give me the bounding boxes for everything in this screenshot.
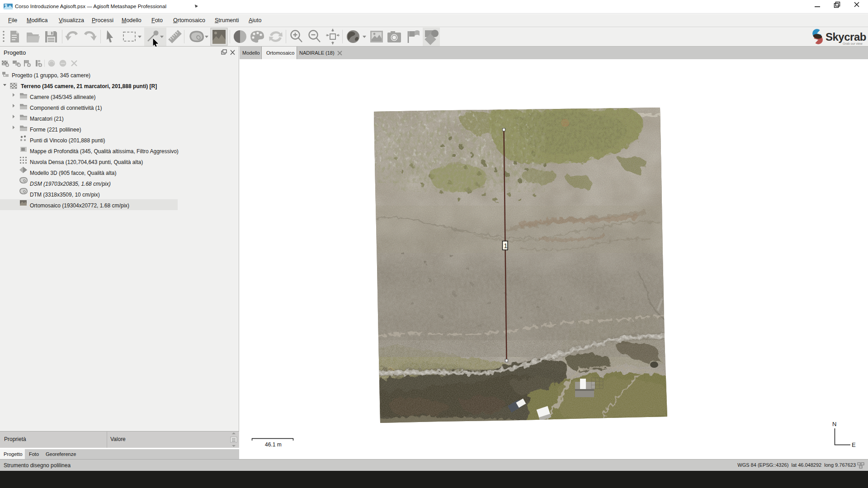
svg-text:E: E (852, 441, 856, 448)
svg-text:1: 1 (504, 242, 508, 249)
svg-text:N: N (832, 421, 836, 427)
svg-text:Grab our view: Grab our view (843, 42, 863, 45)
svg-text:Skycrab: Skycrab (826, 31, 866, 43)
